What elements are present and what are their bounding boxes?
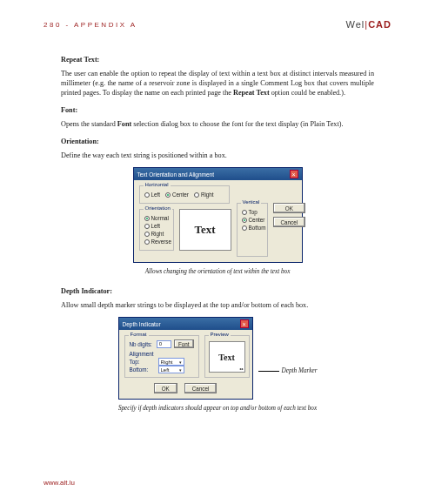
label-top: Top:	[130, 359, 156, 365]
radio-h-right[interactable]: Right	[194, 192, 214, 198]
cancel-button[interactable]: Cancel	[273, 217, 306, 227]
logo: Wel|CAD	[346, 19, 392, 30]
radio-h-left[interactable]: Left	[144, 192, 161, 198]
combo-top[interactable]: Right▾	[158, 358, 184, 366]
caption-dialog1: Allows changing the orientation of text …	[61, 268, 374, 275]
heading-repeat-text: Repeat Text:	[61, 56, 374, 64]
annotation-line	[258, 371, 279, 372]
paragraph-repeat-text: The user can enable the option to repeat…	[61, 69, 374, 97]
radio-o-left[interactable]: Left	[144, 223, 169, 229]
group-preview: Preview Text xx	[204, 335, 250, 378]
ok-button[interactable]: OK	[154, 383, 177, 393]
heading-depth-indicator: Depth Indicator:	[61, 287, 374, 295]
paragraph-depth-indicator: Allow small depth marker strings to be d…	[61, 300, 374, 310]
dialog-text-orientation: Text Orientation and Alignment × Horizon…	[133, 167, 303, 263]
chevron-down-icon: ▾	[179, 367, 182, 373]
dialog-title: Text Orientation and Alignment	[137, 171, 215, 178]
label-bottom: Bottom:	[130, 366, 156, 373]
paragraph-font: Opens the standard Font selection dialog…	[61, 119, 374, 129]
dialog-depth-indicator: Depth Indicator × Format Nb digits: 0 Fo…	[118, 317, 253, 400]
caption-dialog2: Specify if depth indicators should appea…	[61, 405, 374, 412]
radio-o-right[interactable]: Right	[144, 231, 169, 237]
combo-bottom[interactable]: Left▾	[158, 366, 184, 373]
dialog-titlebar: Depth Indicator ×	[119, 318, 252, 330]
chevron-down-icon: ▾	[179, 360, 182, 365]
font-button[interactable]: Font	[174, 339, 194, 348]
group-format: Format Nb digits: 0 Font Alignment Top: …	[124, 335, 199, 378]
depth-marker-tick: xx	[240, 366, 244, 371]
group-vertical: Vertical Top Center Bottom	[237, 203, 268, 257]
dialog-title: Depth Indicator	[123, 321, 161, 327]
heading-font: Font:	[61, 106, 374, 114]
cancel-button[interactable]: Cancel	[184, 383, 218, 393]
page-number-appendix: 280 - APPENDIX A	[44, 21, 137, 29]
group-horizontal: Horizontal Left Center Right	[139, 185, 230, 204]
radio-v-center[interactable]: Center	[242, 217, 263, 223]
radio-h-center[interactable]: Center	[165, 192, 189, 198]
preview-text: Text xx	[209, 341, 245, 373]
radio-o-reverse[interactable]: Reverse	[144, 239, 169, 245]
preview-text: Text	[179, 209, 231, 251]
page-header: 280 - APPENDIX A Wel|CAD	[44, 19, 392, 30]
dialog-titlebar: Text Orientation and Alignment ×	[134, 168, 302, 180]
heading-orientation: Orientation:	[61, 138, 374, 145]
radio-v-top[interactable]: Top	[242, 209, 263, 215]
paragraph-orientation: Define the way each text string is posit…	[61, 151, 374, 160]
footer-url: www.alt.lu	[44, 479, 75, 487]
close-icon[interactable]: ×	[290, 170, 298, 178]
label-alignment: Alignment	[130, 351, 194, 357]
radio-o-normal[interactable]: Normal	[144, 215, 169, 221]
radio-v-bottom[interactable]: Bottom	[242, 225, 263, 231]
close-icon[interactable]: ×	[240, 319, 249, 328]
ok-button[interactable]: OK	[273, 203, 306, 213]
input-nb-digits[interactable]: 0	[157, 340, 171, 348]
group-orientation: Orientation Normal Left Right Reverse	[139, 209, 174, 251]
label-nb-digits: Nb digits:	[130, 341, 154, 347]
annotation-depth-marker: Depth Marker	[258, 366, 318, 374]
